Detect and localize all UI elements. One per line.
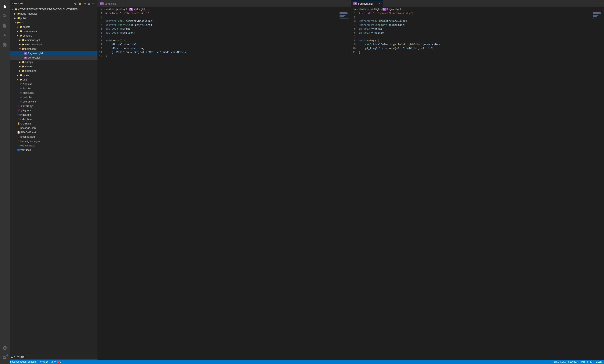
readme-label: README.md xyxy=(20,131,36,134)
yarn-lock-label: yarn.lock xyxy=(20,149,31,151)
new-folder-icon[interactable]: 📁 xyxy=(78,2,82,6)
app-css-label: App.css xyxy=(23,83,32,86)
tree-tsconfig-node[interactable]: {} tsconfig.node.json xyxy=(10,139,98,143)
tree-app-tsx[interactable]: TS App.tsx xyxy=(10,86,98,90)
minimap-line xyxy=(340,18,349,19)
license-icon: 🔒 xyxy=(17,122,20,125)
fragment-glsl-label: fragment.glsl xyxy=(28,52,43,55)
tree-spotlight[interactable]: ▶ 📁 spotLight xyxy=(10,69,98,73)
search-activity-icon[interactable] xyxy=(0,11,10,21)
index-dts-label: index.d.ts xyxy=(20,113,32,116)
left-tab-gl-icon: GL xyxy=(100,2,104,5)
tree-readme[interactable]: 📄 README.md xyxy=(10,130,98,135)
pointlight-arrow: ▼ xyxy=(18,48,22,50)
run-debug-activity-icon[interactable] xyxy=(0,30,10,40)
tree-pointlight[interactable]: ▼ 📂 pointLight xyxy=(10,47,98,51)
tree-gitignore[interactable]: ⎇ .gitignore xyxy=(10,108,98,113)
tree-eslintrc[interactable]: ● .eslintrc.cjs xyxy=(10,104,98,108)
status-spaces[interactable]: Spaces: 4 xyxy=(567,360,579,363)
tree-package-json[interactable]: {} package.json xyxy=(10,126,98,130)
tsconfig-node-icon: {} xyxy=(17,140,20,142)
left-code-editor[interactable]: 1 #include "../shared/structs" 2 3 unifo… xyxy=(98,11,339,364)
tree-yarn-lock[interactable]: 🔵 yarn.lock xyxy=(10,148,98,152)
tree-fragment-glsl[interactable]: GL fragment.glsl xyxy=(10,51,98,55)
tree-app-css[interactable]: # App.css xyxy=(10,82,98,86)
cursor-label: Ln 1, Col 1 xyxy=(554,360,566,363)
shaders-label: shaders xyxy=(23,34,32,37)
status-cursor[interactable]: Ln 1, Col 1 xyxy=(553,360,566,363)
tree-src[interactable]: ▼ 📂 src xyxy=(10,20,98,25)
tree-directionallight[interactable]: ▶ 📁 directionalLight xyxy=(10,42,98,47)
spotlight-label: spotLight xyxy=(25,69,36,72)
assets-folder-icon: 📁 xyxy=(19,25,23,28)
left-vertex-tab[interactable]: GL vertex.glsl × xyxy=(98,0,126,7)
index-css-icon: # xyxy=(19,91,23,94)
right-fragment-tab[interactable]: GL fragment.glsl × xyxy=(351,0,383,7)
account-activity-icon[interactable] xyxy=(0,343,10,353)
vertex-glsl-label: vertex.glsl xyxy=(28,56,40,59)
editors-container: GL vertex.glsl × ··· src › shaders › poi… xyxy=(98,0,604,364)
tree-root[interactable]: ▼ 📁 VITE-THREEJS-TYPESCRIPT-REACT-GLSL-S… xyxy=(10,7,98,11)
tree-sample[interactable]: ▶ 📁 sample xyxy=(10,60,98,64)
right-code-editor[interactable]: 1 #include "../shared/functionality"; 2 … xyxy=(351,11,592,364)
right-bc-pointlight: pointLight xyxy=(370,8,380,11)
collapse-icon[interactable]: ⊟ xyxy=(87,2,91,6)
code-line-4: 4 uniform PointLight pointLight; xyxy=(98,23,339,27)
right-tabs-more[interactable] xyxy=(598,0,604,7)
tree-main-tsx[interactable]: TS main.tsx xyxy=(10,95,98,99)
left-tabs-more[interactable]: ··· xyxy=(345,0,351,7)
node-modules-folder-icon: 📁 xyxy=(17,13,20,15)
new-file-icon[interactable]: ⊕ xyxy=(74,2,77,6)
status-encoding[interactable]: UTF-8 xyxy=(580,360,589,363)
tree-vite-config[interactable]: TS vite.config.ts xyxy=(10,143,98,148)
tree-index-css[interactable]: # index.css xyxy=(10,90,98,95)
tree-shaders[interactable]: ▼ 📂 shaders xyxy=(10,33,98,38)
left-minimap xyxy=(339,11,351,364)
tree-ambientlight[interactable]: ▶ 📁 ambientLight xyxy=(10,38,98,42)
left-bc-pointlight: pointLight xyxy=(116,8,127,11)
error-label: 0 🔴 0 xyxy=(54,360,61,363)
directionallight-folder-icon: 📁 xyxy=(22,43,25,46)
status-language[interactable]: GLSL xyxy=(595,360,602,363)
status-sync[interactable]: ⟲ 0↓ 2↑ xyxy=(39,360,49,363)
tree-tsconfig[interactable]: {} tsconfig.json xyxy=(10,135,98,139)
tree-types[interactable]: ▶ 📁 types xyxy=(10,73,98,77)
status-errors[interactable]: ⚠ 0 🔴 0 xyxy=(50,360,62,363)
tree-components[interactable]: ▶ 📁 components xyxy=(10,29,98,33)
assets-label: assets xyxy=(23,25,30,28)
source-control-activity-icon[interactable] xyxy=(0,21,10,30)
tsconfig-label: tsconfig.json xyxy=(20,135,35,138)
code-line-12: 12 } xyxy=(98,54,339,58)
tree-vite-env[interactable]: TS vite-env.d.ts xyxy=(10,99,98,104)
minimap-line xyxy=(593,14,598,15)
status-eol[interactable]: LF xyxy=(590,360,594,363)
src-label: src xyxy=(20,21,24,24)
refresh-icon[interactable]: ↻ xyxy=(83,2,87,6)
tree-assets[interactable]: ▶ 📁 assets xyxy=(10,25,98,29)
pointlight-label: pointLight xyxy=(25,47,36,50)
minimap-line xyxy=(340,14,347,14)
right-tabs-bar: GL fragment.glsl × xyxy=(351,0,604,7)
root-arrow: ▼ xyxy=(11,8,14,10)
shared-arrow: ▶ xyxy=(18,65,22,67)
more-actions-icon[interactable]: ··· xyxy=(91,2,95,6)
tree-utils[interactable]: ▶ 📁 utils xyxy=(10,77,98,82)
spotlight-arrow: ▶ xyxy=(18,70,22,72)
extensions-activity-icon[interactable] xyxy=(0,40,10,50)
outline-header[interactable]: ▶ OUTLINE xyxy=(10,355,98,359)
right-tab-close-icon[interactable]: × xyxy=(378,2,380,5)
public-arrow: ▶ xyxy=(13,17,17,19)
tree-shared[interactable]: ▶ 📁 shared xyxy=(10,64,98,69)
tree-index-dts[interactable]: TS index.d.ts xyxy=(10,113,98,117)
left-bc-dots: ... xyxy=(147,8,149,11)
tree-index-html[interactable]: ◇ index.html xyxy=(10,117,98,121)
files-activity-icon[interactable] xyxy=(0,2,10,11)
src-arrow: ▼ xyxy=(13,21,17,24)
tree-vertex-glsl[interactable]: GL vertex.glsl xyxy=(10,55,98,60)
left-minimap-lines xyxy=(339,11,351,20)
settings-activity-icon[interactable] xyxy=(0,353,10,362)
code-line-10: 10 vPosition = position; xyxy=(98,47,339,50)
tree-node-modules[interactable]: ▶ 📁 node_modules xyxy=(10,11,98,16)
tree-public[interactable]: ▶ 📁 public xyxy=(10,16,98,20)
tree-license[interactable]: 🔒 LICENSE xyxy=(10,121,98,126)
